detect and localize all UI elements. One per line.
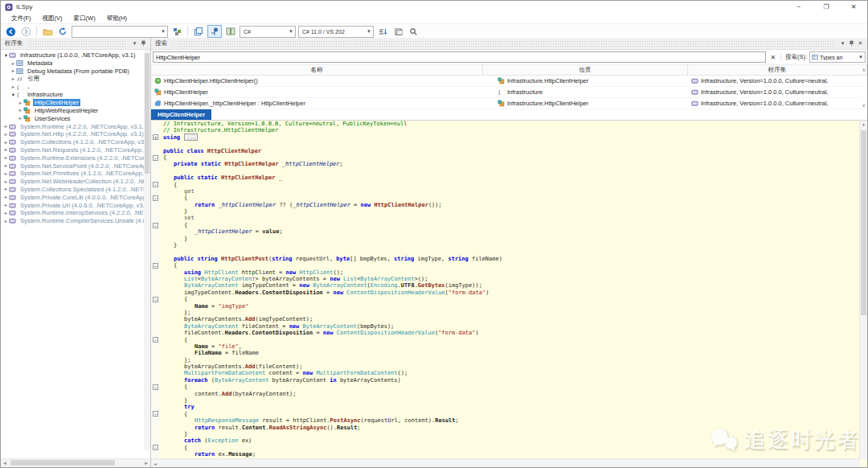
- tree-item[interactable]: ►Metadata: [1, 60, 150, 68]
- search-icon[interactable]: [407, 26, 420, 37]
- expand-icon[interactable]: ►: [3, 163, 9, 168]
- tree-item[interactable]: ►Debug Metadata (From portable PDB): [1, 68, 150, 76]
- fold-collapse-icon[interactable]: −: [151, 445, 160, 451]
- scroll-right-icon[interactable]: ►: [142, 459, 150, 467]
- language-combobox[interactable]: C#▼: [240, 26, 296, 38]
- tree-item[interactable]: ►System.Private.CoreLib (4.0.0.0, .NETCo…: [1, 193, 150, 201]
- assembly-list-icon[interactable]: [170, 26, 183, 37]
- open-file-button[interactable]: [41, 26, 54, 37]
- code-horizontal-scrollbar[interactable]: ◄: [151, 458, 860, 467]
- scrollbar-thumb[interactable]: [145, 53, 149, 174]
- scroll-left-icon[interactable]: ◄: [151, 459, 159, 467]
- collapse-icon[interactable]: ▼: [10, 92, 16, 97]
- menu-item[interactable]: 文件(F): [6, 14, 37, 23]
- search-input[interactable]: [153, 51, 766, 63]
- scroll-down-icon[interactable]: ∨: [862, 102, 866, 108]
- expand-icon[interactable]: ►: [10, 84, 16, 89]
- fold-collapse-icon[interactable]: −: [151, 182, 160, 188]
- expand-icon[interactable]: ►: [18, 108, 23, 113]
- menu-item[interactable]: 帮助(H): [101, 14, 133, 23]
- scroll-left-icon[interactable]: ◄: [1, 459, 9, 467]
- tree-item[interactable]: ►System.Runtime.Extensions (4.2.2.0, .NE…: [1, 154, 150, 162]
- expand-icon[interactable]: ►: [3, 219, 9, 224]
- expand-icon[interactable]: ►: [3, 187, 9, 191]
- tree-item[interactable]: ►System.Net.Http (4.2.2.0, .NETCoreApp, …: [1, 130, 150, 138]
- pin-icon[interactable]: [847, 40, 856, 47]
- tree-item[interactable]: ►System.Runtime (4.2.2.0, .NETCoreApp, v…: [1, 122, 150, 130]
- minimize-button[interactable]: −: [785, 1, 813, 13]
- fold-collapse-icon[interactable]: −: [151, 195, 160, 201]
- fold-collapse-icon[interactable]: −: [151, 337, 160, 343]
- clear-search-icon[interactable]: ✕: [768, 54, 778, 61]
- fold-collapse-icon[interactable]: −: [151, 154, 160, 161]
- expand-icon[interactable]: ►: [10, 61, 16, 66]
- expand-icon[interactable]: ►: [10, 76, 16, 81]
- expand-icon[interactable]: ►: [3, 211, 9, 216]
- scroll-up-icon[interactable]: ∧: [862, 67, 866, 72]
- language-version-combobox[interactable]: C# 11.0 / VS 202▼: [298, 26, 374, 38]
- fold-collapse-icon[interactable]: −: [151, 384, 160, 390]
- new-tab-button[interactable]: [192, 26, 205, 37]
- tree-item[interactable]: ►HttpClientHelper: [1, 99, 150, 107]
- chevron-down-icon[interactable]: ▾: [130, 40, 139, 47]
- tree-item[interactable]: ►HttpWebRequestHepler: [1, 107, 150, 115]
- expand-icon[interactable]: ►: [3, 171, 9, 176]
- tree-vertical-scrollbar[interactable]: [144, 50, 150, 450]
- expand-icon[interactable]: ►: [3, 203, 9, 207]
- scrollbar-thumb[interactable]: [10, 460, 115, 466]
- fold-collapse-icon[interactable]: −: [151, 411, 160, 417]
- column-header-name[interactable]: 名称: [151, 65, 483, 75]
- menu-item[interactable]: 窗口(W): [68, 14, 101, 23]
- tree-item[interactable]: ►System.Private.Uri (4.0.6.0, .NETCoreAp…: [1, 201, 150, 209]
- restore-button[interactable]: ❐: [813, 1, 840, 13]
- search-result-row[interactable]: HttpClientHelper._httpClientHelper : Htt…: [151, 98, 867, 109]
- tree-item[interactable]: ►引用: [1, 75, 150, 83]
- expand-icon[interactable]: ►: [3, 140, 9, 145]
- tree-item[interactable]: ▼{ }Infrastructure: [1, 91, 150, 99]
- expand-icon[interactable]: ►: [3, 195, 9, 199]
- fold-collapse-icon[interactable]: −: [151, 222, 160, 228]
- tree-item[interactable]: ►System.Net.Requests (4.1.2.0, .NETCoreA…: [1, 146, 150, 154]
- tree-item[interactable]: ▼Infrastructure (1.0.0.0, .NETCoreApp, v…: [1, 51, 150, 60]
- menu-item[interactable]: 视图(V): [37, 14, 68, 23]
- collapse-tree-button[interactable]: [391, 26, 404, 37]
- expand-icon[interactable]: ►: [10, 68, 16, 73]
- tree-item[interactable]: ►System.Net.Primitives (4.1.2.0, .NETCor…: [1, 170, 150, 178]
- tree-item[interactable]: ►System.Net.ServicePoint (4.0.2.0, .NETC…: [1, 162, 150, 170]
- collapse-icon[interactable]: ▼: [3, 53, 9, 58]
- search-scope-combobox[interactable]: Types an ▼: [809, 51, 866, 63]
- sort-assemblies-button[interactable]: [376, 26, 389, 37]
- tree-item[interactable]: ►{ }-: [1, 83, 150, 91]
- navigation-combobox[interactable]: ▼: [72, 26, 168, 38]
- scroll-up-icon[interactable]: ▲: [860, 121, 867, 128]
- code-vertical-scrollbar[interactable]: ▲: [859, 121, 867, 459]
- tab-httpclienthelper[interactable]: HttpClientHelper: [151, 109, 211, 120]
- tree-item[interactable]: ►System.Collections (4.1.2.0, .NETCoreAp…: [1, 138, 150, 146]
- expand-icon[interactable]: ►: [3, 124, 9, 129]
- expand-icon[interactable]: ►: [3, 147, 9, 152]
- expand-icon[interactable]: ►: [3, 179, 9, 184]
- fold-collapse-icon[interactable]: −: [151, 262, 160, 269]
- back-button[interactable]: [4, 26, 17, 37]
- search-result-row[interactable]: HttpClientHelper{ }InfrastructureInfrast…: [151, 87, 867, 98]
- fold-expand-icon[interactable]: +: [151, 134, 160, 141]
- search-result-row[interactable]: HttpClientHelper.HttpClientHelper()Infra…: [151, 76, 867, 87]
- fold-collapse-icon[interactable]: −: [151, 296, 160, 302]
- tree-item[interactable]: ►System.Collections.Specialized (4.1.2.0…: [1, 186, 150, 194]
- column-header-location[interactable]: 位置: [483, 65, 688, 75]
- tree-item[interactable]: ►System.Runtime.CompilerServices.Unsafe …: [1, 217, 150, 225]
- column-header-assembly[interactable]: 程序集: [688, 65, 867, 75]
- collapsed-usings-box[interactable]: ...: [184, 133, 198, 141]
- chevron-down-icon[interactable]: ▾: [838, 40, 847, 47]
- tree-item[interactable]: ►UserServices: [1, 114, 150, 122]
- forward-button[interactable]: [19, 26, 32, 37]
- pin-active-tab-button[interactable]: [207, 25, 222, 38]
- expand-icon[interactable]: ►: [3, 155, 9, 160]
- tree-item[interactable]: ►System.Net.WebHeaderCollection (4.1.2.0…: [1, 178, 150, 186]
- tree-horizontal-scrollbar[interactable]: ◄ ►: [1, 458, 150, 467]
- decompiled-code-view[interactable]: // Infrastructure, Version=1.0.0.0, Cult…: [151, 121, 867, 467]
- scrollbar-thumb[interactable]: [861, 130, 866, 315]
- close-panel-icon[interactable]: ✕: [856, 40, 865, 47]
- tree-item[interactable]: ►System.Runtime.InteropServices (4.2.2.0…: [1, 209, 150, 217]
- expand-icon[interactable]: ►: [18, 101, 23, 105]
